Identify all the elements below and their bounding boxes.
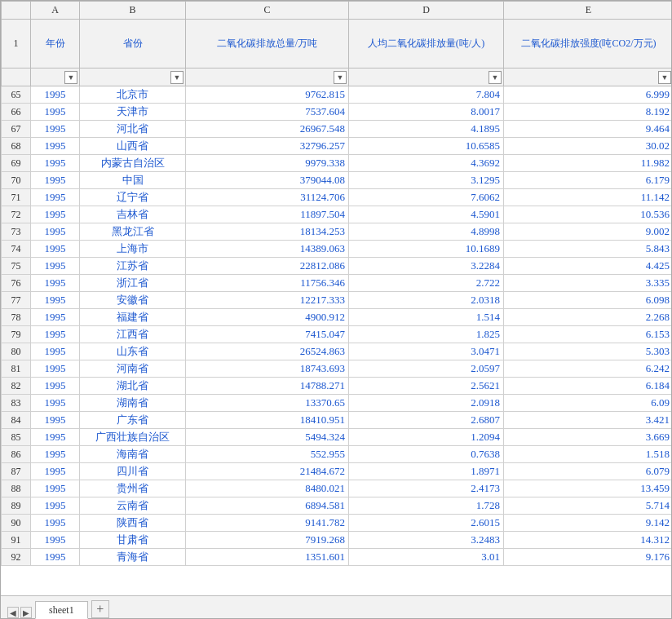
co2-per-capita-cell[interactable]: 1.8971	[349, 463, 504, 480]
year-cell[interactable]: 1995	[31, 241, 80, 258]
co2-intensity-cell[interactable]: 3.669	[504, 429, 672, 446]
co2-intensity-cell[interactable]: 5.303	[504, 343, 672, 360]
year-cell[interactable]: 1995	[31, 309, 80, 326]
province-cell[interactable]: 河南省	[80, 360, 186, 378]
co2-total-cell[interactable]: 18134.253	[186, 223, 349, 241]
province-cell[interactable]: 上海市	[80, 241, 186, 258]
province-cell[interactable]: 云南省	[80, 497, 186, 515]
year-cell[interactable]: 1995	[31, 275, 80, 292]
co2-intensity-cell[interactable]: 11.982	[504, 155, 672, 172]
co2-intensity-cell[interactable]: 3.421	[504, 412, 672, 429]
year-cell[interactable]: 1995	[31, 463, 80, 480]
filter-btn-a[interactable]: ▼	[64, 71, 77, 84]
co2-intensity-cell[interactable]: 9.142	[504, 515, 672, 532]
year-cell[interactable]: 1995	[31, 412, 80, 429]
co2-total-cell[interactable]: 9762.815	[186, 86, 349, 104]
province-cell[interactable]: 河北省	[80, 121, 186, 138]
co2-total-cell[interactable]: 9141.782	[186, 515, 349, 532]
province-cell[interactable]: 北京市	[80, 86, 186, 104]
scroll-left-arrow[interactable]: ◀	[7, 607, 19, 618]
co2-per-capita-cell[interactable]: 4.3692	[349, 155, 504, 172]
province-cell[interactable]: 广东省	[80, 412, 186, 429]
co2-intensity-cell[interactable]: 8.192	[504, 104, 672, 121]
year-cell[interactable]: 1995	[31, 104, 80, 121]
co2-per-capita-cell[interactable]: 8.0017	[349, 104, 504, 121]
year-cell[interactable]: 1995	[31, 446, 80, 463]
co2-per-capita-cell[interactable]: 2.0918	[349, 395, 504, 412]
co2-intensity-cell[interactable]: 1.518	[504, 446, 672, 463]
co2-total-cell[interactable]: 14788.271	[186, 378, 349, 395]
co2-total-cell[interactable]: 11897.504	[186, 206, 349, 223]
co2-per-capita-cell[interactable]: 3.2284	[349, 258, 504, 275]
year-cell[interactable]: 1995	[31, 292, 80, 309]
filter-btn-c[interactable]: ▼	[334, 71, 347, 84]
co2-per-capita-cell[interactable]: 4.5901	[349, 206, 504, 223]
co2-intensity-cell[interactable]: 9.176	[504, 549, 672, 566]
co2-total-cell[interactable]: 26524.863	[186, 343, 349, 360]
year-cell[interactable]: 1995	[31, 206, 80, 223]
province-cell[interactable]: 贵州省	[80, 480, 186, 497]
co2-per-capita-cell[interactable]: 7.804	[349, 86, 504, 104]
province-cell[interactable]: 山东省	[80, 343, 186, 360]
co2-per-capita-cell[interactable]: 3.0471	[349, 343, 504, 360]
co2-total-cell[interactable]: 32796.257	[186, 138, 349, 155]
co2-total-cell[interactable]: 13370.65	[186, 395, 349, 412]
year-cell[interactable]: 1995	[31, 497, 80, 515]
co2-total-cell[interactable]: 18743.693	[186, 360, 349, 378]
province-cell[interactable]: 福建省	[80, 309, 186, 326]
filter-c[interactable]: ▼	[186, 69, 349, 86]
scroll-right-arrow[interactable]: ▶	[20, 607, 32, 618]
co2-per-capita-cell[interactable]: 2.722	[349, 275, 504, 292]
co2-per-capita-cell[interactable]: 1.2094	[349, 429, 504, 446]
co2-intensity-cell[interactable]: 6.179	[504, 172, 672, 189]
co2-total-cell[interactable]: 22812.086	[186, 258, 349, 275]
co2-per-capita-cell[interactable]: 2.0318	[349, 292, 504, 309]
co2-total-cell[interactable]: 7415.047	[186, 326, 349, 343]
filter-e[interactable]: ▼	[504, 69, 672, 86]
co2-per-capita-cell[interactable]: 2.0597	[349, 360, 504, 378]
co2-per-capita-cell[interactable]: 0.7638	[349, 446, 504, 463]
co2-total-cell[interactable]: 6894.581	[186, 497, 349, 515]
co2-per-capita-cell[interactable]: 1.728	[349, 497, 504, 515]
province-cell[interactable]: 浙江省	[80, 275, 186, 292]
filter-a[interactable]: ▼	[31, 69, 80, 86]
year-cell[interactable]: 1995	[31, 138, 80, 155]
year-cell[interactable]: 1995	[31, 549, 80, 566]
co2-per-capita-cell[interactable]: 3.1295	[349, 172, 504, 189]
co2-intensity-cell[interactable]: 3.335	[504, 275, 672, 292]
co2-per-capita-cell[interactable]: 3.2483	[349, 532, 504, 549]
province-cell[interactable]: 安徽省	[80, 292, 186, 309]
co2-total-cell[interactable]: 1351.601	[186, 549, 349, 566]
year-cell[interactable]: 1995	[31, 360, 80, 378]
province-cell[interactable]: 辽宁省	[80, 189, 186, 206]
co2-total-cell[interactable]: 4900.912	[186, 309, 349, 326]
co2-intensity-cell[interactable]: 5.714	[504, 497, 672, 515]
co2-intensity-cell[interactable]: 6.999	[504, 86, 672, 104]
co2-total-cell[interactable]: 379044.08	[186, 172, 349, 189]
co2-per-capita-cell[interactable]: 2.6807	[349, 412, 504, 429]
co2-total-cell[interactable]: 11756.346	[186, 275, 349, 292]
co2-total-cell[interactable]: 8480.021	[186, 480, 349, 497]
year-cell[interactable]: 1995	[31, 258, 80, 275]
co2-intensity-cell[interactable]: 10.536	[504, 206, 672, 223]
co2-total-cell[interactable]: 21484.672	[186, 463, 349, 480]
province-cell[interactable]: 中国	[80, 172, 186, 189]
co2-total-cell[interactable]: 31124.706	[186, 189, 349, 206]
province-cell[interactable]: 广西壮族自治区	[80, 429, 186, 446]
year-cell[interactable]: 1995	[31, 515, 80, 532]
co2-total-cell[interactable]: 12217.333	[186, 292, 349, 309]
co2-total-cell[interactable]: 552.955	[186, 446, 349, 463]
filter-btn-b[interactable]: ▼	[170, 71, 183, 84]
co2-intensity-cell[interactable]: 13.459	[504, 480, 672, 497]
co2-total-cell[interactable]: 18410.951	[186, 412, 349, 429]
province-cell[interactable]: 江西省	[80, 326, 186, 343]
year-cell[interactable]: 1995	[31, 395, 80, 412]
province-cell[interactable]: 黑龙江省	[80, 223, 186, 241]
add-sheet-button[interactable]: +	[91, 600, 109, 618]
co2-intensity-cell[interactable]: 6.079	[504, 463, 672, 480]
co2-intensity-cell[interactable]: 2.268	[504, 309, 672, 326]
year-cell[interactable]: 1995	[31, 378, 80, 395]
co2-intensity-cell[interactable]: 4.425	[504, 258, 672, 275]
co2-intensity-cell[interactable]: 9.002	[504, 223, 672, 241]
co2-total-cell[interactable]: 9979.338	[186, 155, 349, 172]
